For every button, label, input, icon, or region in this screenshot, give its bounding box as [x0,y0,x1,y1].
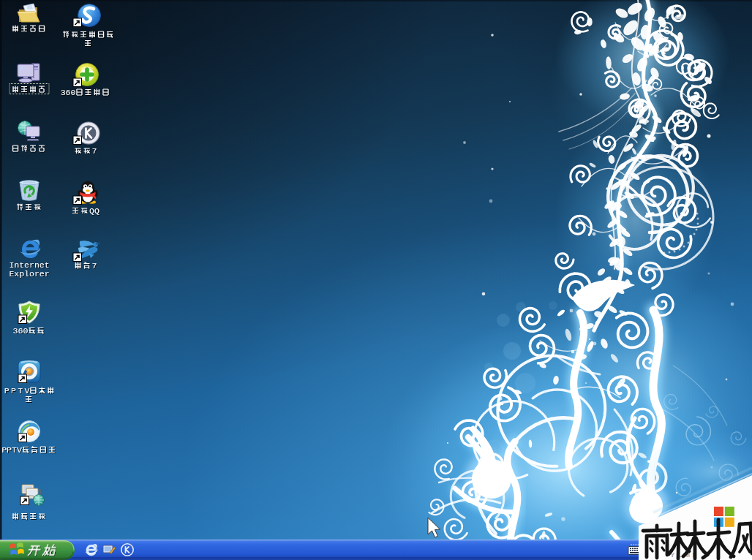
svg-text:360: 360 [13,326,29,336]
svg-text:7: 7 [92,261,97,270]
svg-text:QQ: QQ [89,206,99,216]
svg-text:7: 7 [92,146,97,156]
svg-text:360: 360 [61,88,76,97]
svg-text:Explorer: Explorer [9,269,49,279]
svg-text:PPTV: PPTV [1,445,22,455]
